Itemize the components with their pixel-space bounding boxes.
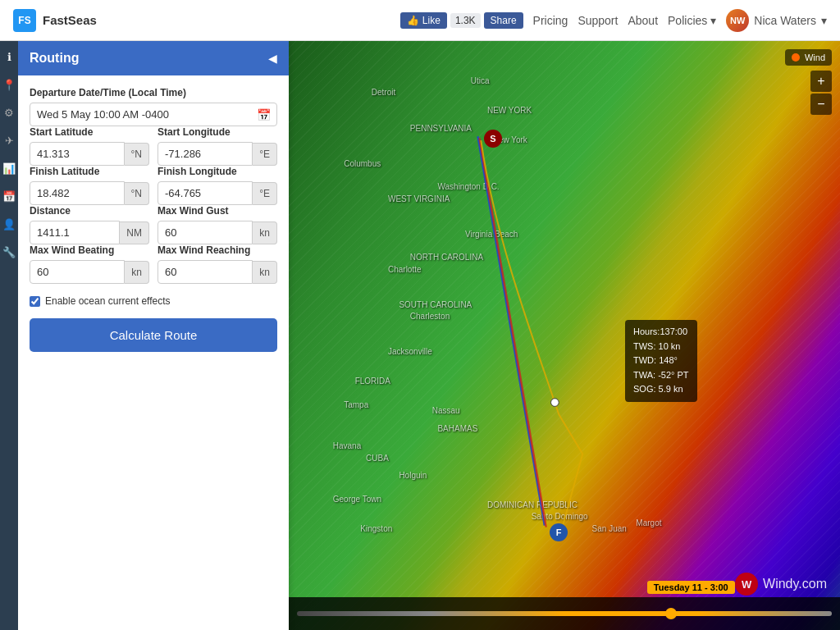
navbar: FS FastSeas 👍 Like 1.3K Share Pricing Su…	[0, 0, 840, 41]
finish-lon-input[interactable]	[158, 181, 253, 205]
distance-col: Distance NM	[30, 205, 149, 244]
navbar-left: FS FastSeas	[13, 9, 97, 32]
sidebar-icon-user[interactable]: 👤	[2, 217, 16, 231]
sidebar-icon-chart[interactable]: 📊	[2, 161, 16, 176]
finish-coords-row: Finish Latitude °N Finish Longitude °E	[30, 166, 277, 205]
fb-like-button[interactable]: 👍 Like	[400, 12, 447, 29]
sidebar-icons: ℹ 📍 ⚙ ✈ 📊 📅 👤 🔧	[0, 41, 18, 630]
wind-beating-input-group: kn	[30, 260, 149, 284]
wind-beating-reaching-row: Max Wind Beating kn Max Wind Reaching kn	[30, 244, 277, 284]
finish-lat-col: Finish Latitude °N	[30, 166, 149, 205]
max-wind-gust-col: Max Wind Gust kn	[158, 205, 277, 244]
main-content: ℹ 📍 ⚙ ✈ 📊 📅 👤 🔧 Routing ◀ Departure Date…	[0, 41, 840, 630]
start-lon-col: Start Longitude °E	[158, 126, 277, 166]
finish-lon-input-group: °E	[158, 181, 277, 205]
policies-menu[interactable]: Policies ▾	[668, 14, 716, 27]
zoom-in-button[interactable]: +	[810, 71, 832, 92]
zoom-out-button[interactable]: −	[810, 94, 832, 115]
windy-text: Windy.com	[763, 577, 827, 591]
sidebar-icon-info[interactable]: ℹ	[2, 49, 16, 64]
windy-logo-icon: W	[735, 573, 758, 596]
timeline-bar[interactable]	[289, 597, 840, 630]
start-lon-unit: °E	[253, 143, 277, 166]
chevron-down-icon: ▾	[821, 14, 827, 27]
fb-like-count: 1.3K	[450, 13, 481, 28]
finish-lat-input[interactable]	[30, 181, 125, 205]
windy-watermark: W Windy.com	[735, 573, 827, 596]
navbar-right: 👍 Like 1.3K Share Pricing Support About …	[400, 9, 827, 32]
distance-unit: NM	[120, 221, 149, 244]
max-wind-gust-input-group: kn	[158, 221, 277, 244]
start-lat-label: Start Latitude	[30, 126, 149, 138]
start-lat-col: Start Latitude °N	[30, 126, 149, 166]
finish-lat-input-group: °N	[30, 181, 149, 205]
panel-title: Routing	[30, 51, 79, 66]
sidebar-icon-calendar[interactable]: 📅	[2, 189, 16, 203]
start-lat-input[interactable]	[30, 142, 125, 166]
finish-lon-label: Finish Longitude	[158, 166, 277, 177]
map-area[interactable]: DetroitUticaNEW YORKNew YorkPENNSYLVANIA…	[289, 41, 840, 630]
departure-date-input[interactable]	[30, 103, 277, 126]
ocean-current-checkbox[interactable]	[30, 296, 40, 307]
sidebar-icon-settings[interactable]: 🔧	[2, 244, 16, 259]
start-lat-unit: °N	[125, 143, 149, 166]
wind-overlay	[289, 41, 840, 630]
wind-reaching-label: Max Wind Reaching	[158, 244, 277, 256]
start-lon-input[interactable]	[158, 142, 253, 166]
max-wind-gust-unit: kn	[253, 221, 277, 244]
departure-label: Departure Date/Time (Local Time)	[30, 87, 277, 98]
distance-input[interactable]	[30, 221, 120, 244]
distance-label: Distance	[30, 205, 149, 217]
finish-marker: F	[550, 523, 568, 541]
finish-lat-unit: °N	[125, 182, 149, 205]
chevron-down-icon: ▾	[710, 14, 716, 27]
fb-share-button[interactable]: Share	[484, 12, 523, 29]
timeline-thumb[interactable]	[665, 608, 677, 619]
panel-header: Routing ◀	[18, 41, 289, 75]
about-link[interactable]: About	[628, 14, 658, 27]
wind-reaching-unit: kn	[253, 261, 277, 284]
timeline-track[interactable]	[297, 611, 832, 616]
sidebar-icon-layers[interactable]: ⚙	[2, 105, 16, 120]
support-link[interactable]: Support	[578, 14, 618, 27]
ocean-current-row: Enable ocean current effects	[30, 295, 277, 307]
panel-collapse-button[interactable]: ◀	[268, 52, 277, 65]
timeline-label: Tuesday 11 - 3:00	[647, 581, 735, 594]
calendar-icon[interactable]: 📅	[257, 108, 271, 121]
app-logo: FS	[13, 9, 36, 32]
map-controls: + −	[810, 71, 832, 115]
finish-lat-label: Finish Latitude	[30, 166, 149, 177]
facebook-widget: 👍 Like 1.3K Share	[400, 12, 523, 29]
finish-lon-col: Finish Longitude °E	[158, 166, 277, 205]
panel-content: Departure Date/Time (Local Time) 📅 Start…	[18, 75, 289, 363]
app-brand: FastSeas	[43, 13, 97, 27]
start-lon-input-group: °E	[158, 142, 277, 166]
user-menu[interactable]: NW Nica Waters ▾	[726, 9, 827, 32]
sidebar-icon-location[interactable]: 📍	[2, 77, 16, 92]
avatar: NW	[726, 9, 749, 32]
wind-reaching-input[interactable]	[158, 260, 253, 284]
finish-lon-unit: °E	[253, 182, 277, 205]
wind-beating-input[interactable]	[30, 260, 125, 284]
wind-reaching-col: Max Wind Reaching kn	[158, 244, 277, 284]
sidebar-icon-route[interactable]: ✈	[2, 133, 16, 148]
calculate-route-button[interactable]: Calculate Route	[30, 318, 277, 352]
ocean-current-label[interactable]: Enable ocean current effects	[45, 295, 171, 307]
wind-reaching-input-group: kn	[158, 260, 277, 284]
wind-beating-col: Max Wind Beating kn	[30, 244, 149, 284]
start-lon-label: Start Longitude	[158, 126, 277, 138]
wind-beating-label: Max Wind Beating	[30, 244, 149, 256]
wind-beating-unit: kn	[125, 261, 149, 284]
wind-legend: Wind	[785, 49, 832, 66]
max-wind-gust-label: Max Wind Gust	[158, 205, 277, 217]
max-wind-gust-input[interactable]	[158, 221, 253, 244]
distance-input-group: NM	[30, 221, 149, 244]
start-coords-row: Start Latitude °N Start Longitude °E	[30, 126, 277, 166]
distance-wind-row: Distance NM Max Wind Gust kn	[30, 205, 277, 244]
start-lat-input-group: °N	[30, 142, 149, 166]
thumbs-up-icon: 👍	[407, 15, 419, 26]
start-marker: S	[484, 130, 502, 148]
departure-date-wrapper: 📅	[30, 103, 277, 126]
pricing-link[interactable]: Pricing	[533, 14, 568, 27]
routing-panel: Routing ◀ Departure Date/Time (Local Tim…	[18, 41, 289, 630]
